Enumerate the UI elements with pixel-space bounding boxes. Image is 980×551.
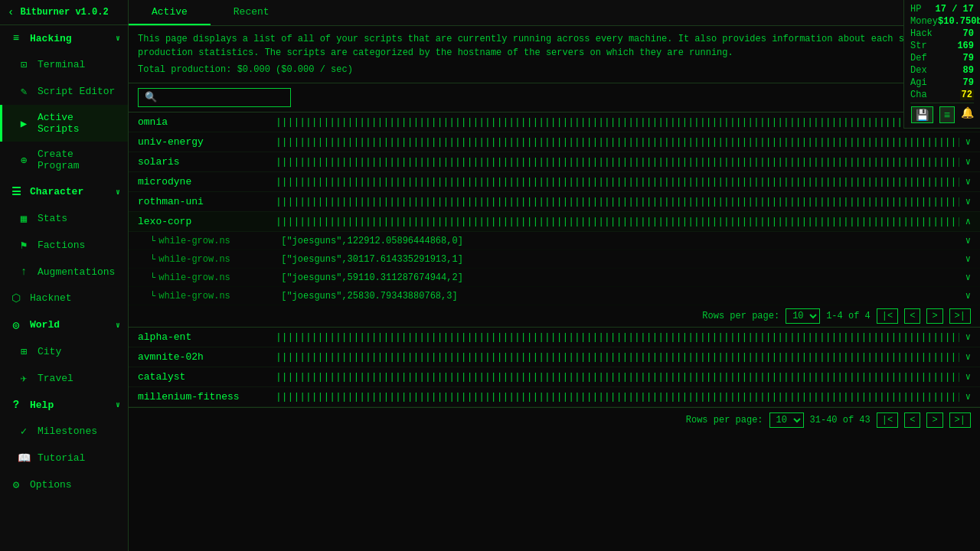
server-row[interactable]: catalyst |||||||||||||||||||||||||||||||… [129, 367, 980, 387]
sidebar-item-stats[interactable]: ▦ Stats [0, 205, 128, 232]
milestones-icon: ✓ [18, 425, 30, 438]
server-bar: ||||||||||||||||||||||||||||||||||||||||… [276, 136, 959, 148]
city-icon: ⊞ [18, 345, 30, 358]
world-icon: ◎ [10, 318, 22, 331]
script-args: ["joesguns",30117.614335291913,1] [281, 254, 959, 265]
sidebar-item-hacking[interactable]: ≡ Hacking ∨ [0, 25, 128, 51]
character-icon: ☰ [10, 185, 22, 198]
server-bar: ||||||||||||||||||||||||||||||||||||||||… [276, 331, 959, 343]
total-production-label: Total production: [138, 64, 231, 75]
sidebar-item-character[interactable]: ☰ Character ∨ [0, 178, 128, 205]
chevron-down-icon: ∨ [965, 272, 971, 283]
sidebar-item-label: Milestones [38, 425, 120, 437]
str-value: 169 [957, 41, 974, 51]
sidebar-item-augmentations[interactable]: ↑ Augmentations [0, 259, 128, 285]
prev-page-button-bottom[interactable]: < [904, 412, 920, 428]
server-bar: ||||||||||||||||||||||||||||||||||||||||… [276, 196, 959, 207]
active-scripts-icon: ▶ [18, 117, 30, 130]
script-sub-row[interactable]: └ while-grow.ns ["joesguns",59110.311287… [129, 269, 980, 287]
server-row-expanded[interactable]: lexo-corp ||||||||||||||||||||||||||||||… [129, 212, 980, 232]
dex-row: Dex 89 [910, 64, 974, 77]
first-page-button[interactable]: |< [877, 308, 898, 324]
money-row: Money $10.750b [910, 15, 974, 28]
cha-label: Cha [910, 90, 927, 100]
money-value: $10.750b [938, 16, 980, 27]
server-bar: ||||||||||||||||||||||||||||||||||||||||… [276, 351, 959, 363]
server-row[interactable]: rothman-uni ||||||||||||||||||||||||||||… [129, 192, 980, 212]
travel-icon: ✈ [18, 372, 30, 385]
chevron-icon: ∨ [116, 187, 120, 197]
sidebar-item-active-scripts[interactable]: ▶ Active Scripts [0, 105, 128, 142]
sidebar-item-help[interactable]: ? Help ∨ [0, 392, 128, 418]
last-page-button-bottom[interactable]: >| [949, 412, 971, 428]
sub-indent-icon: └ [150, 254, 155, 265]
stats-menu-button[interactable]: ≡ [939, 106, 955, 123]
script-sub-row[interactable]: └ while-grow.ns ["joesguns",122912.05896… [129, 232, 980, 250]
prev-page-button[interactable]: < [904, 308, 920, 324]
chevron-icon: ∨ [116, 321, 120, 330]
terminal-icon: ⊡ [18, 58, 30, 71]
back-button[interactable]: ‹ [8, 6, 14, 18]
server-row[interactable]: univ-energy ||||||||||||||||||||||||||||… [129, 132, 980, 152]
server-name: catalyst [138, 371, 276, 383]
server-row[interactable]: avmnite-02h ||||||||||||||||||||||||||||… [129, 347, 980, 367]
server-name: rothman-uni [138, 196, 276, 207]
search-input[interactable] [138, 88, 291, 107]
server-name: omnia [138, 116, 276, 128]
sidebar-item-script-editor[interactable]: ✎ Script Editor [0, 78, 128, 105]
sidebar-item-options[interactable]: ⚙ Options [0, 471, 128, 498]
hacknet-icon: ⬡ [10, 292, 22, 305]
def-label: Def [910, 53, 927, 64]
sidebar-item-travel[interactable]: ✈ Travel [0, 365, 128, 392]
sidebar-item-label: Stats [38, 213, 120, 224]
agi-label: Agi [910, 77, 927, 88]
script-name: while-grow.ns [158, 291, 281, 302]
next-page-button[interactable]: > [926, 308, 942, 324]
server-row[interactable]: millenium-fitness ||||||||||||||||||||||… [129, 387, 980, 407]
sidebar-item-label: Tutorial [38, 452, 120, 464]
script-args: ["joesguns",59110.311287674944,2] [281, 272, 959, 283]
next-page-button-bottom[interactable]: > [926, 412, 942, 428]
hack-label: Hack [910, 28, 933, 39]
server-row[interactable]: microdyne ||||||||||||||||||||||||||||||… [129, 172, 980, 192]
search-container [129, 83, 980, 112]
sidebar-item-create-program[interactable]: ⊕ Create Program [0, 142, 128, 178]
info-bar: This page displays a list of all of your… [129, 26, 980, 83]
hp-label: HP [910, 4, 921, 15]
sidebar-item-hacknet[interactable]: ⬡ Hacknet [0, 285, 128, 311]
chevron-down-icon: ∨ [965, 331, 971, 343]
rows-per-page-select[interactable]: 10 20 50 [786, 308, 820, 324]
server-name: microdyne [138, 176, 276, 187]
server-row[interactable]: solaris ||||||||||||||||||||||||||||||||… [129, 152, 980, 172]
sidebar-item-factions[interactable]: ⚑ Factions [0, 232, 128, 259]
tutorial-icon: 📖 [18, 452, 30, 465]
chevron-down-icon: ∨ [965, 196, 971, 207]
script-sub-row[interactable]: └ while-grow.ns ["joesguns",30117.614335… [129, 250, 980, 269]
total-production-value: $0.000 [237, 64, 270, 75]
tab-recent[interactable]: Recent [211, 0, 292, 25]
sidebar-item-label: Travel [38, 373, 120, 384]
last-page-button[interactable]: >| [949, 308, 971, 324]
sidebar-item-milestones[interactable]: ✓ Milestones [0, 418, 128, 445]
chevron-up-icon: ∧ [965, 216, 971, 227]
sidebar-item-world[interactable]: ◎ World ∨ [0, 311, 128, 338]
stats-icons: 💾 ≡ 🔔 [910, 103, 974, 125]
chevron-down-icon: ∨ [965, 136, 971, 148]
app-title: Bitburner v1.0.2 [20, 7, 108, 18]
sidebar-item-tutorial[interactable]: 📖 Tutorial [0, 445, 128, 471]
tab-active[interactable]: Active [129, 0, 211, 25]
rows-per-page-select-bottom[interactable]: 10 20 50 [769, 412, 804, 428]
script-editor-icon: ✎ [18, 85, 30, 98]
sidebar-item-terminal[interactable]: ⊡ Terminal [0, 51, 128, 78]
server-bar: ||||||||||||||||||||||||||||||||||||||||… [276, 216, 959, 227]
sidebar-item-city[interactable]: ⊞ City [0, 338, 128, 365]
server-row[interactable]: omnia ||||||||||||||||||||||||||||||||||… [129, 112, 980, 132]
script-name: while-grow.ns [158, 272, 281, 283]
script-sub-row[interactable]: └ while-grow.ns ["joesguns",25830.793438… [129, 287, 980, 305]
server-row[interactable]: alpha-ent ||||||||||||||||||||||||||||||… [129, 328, 980, 347]
first-page-button-bottom[interactable]: |< [877, 412, 898, 428]
hack-row: Hack 70 [910, 28, 974, 40]
str-row: Str 169 [910, 40, 974, 52]
chevron-down-icon: ∨ [965, 290, 971, 302]
stats-save-button[interactable]: 💾 [911, 106, 933, 123]
